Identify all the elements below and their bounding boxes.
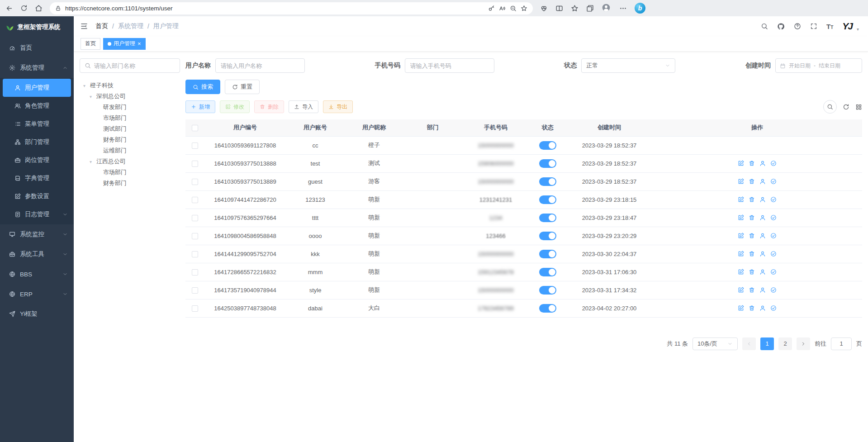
assign-role-icon[interactable] <box>770 251 777 257</box>
browser-more-icon[interactable] <box>619 5 627 12</box>
prev-page-button[interactable] <box>742 337 756 350</box>
status-toggle[interactable] <box>539 250 556 258</box>
delete-icon[interactable] <box>749 214 755 221</box>
split-screen-icon[interactable] <box>555 5 563 12</box>
edit-icon[interactable] <box>738 214 744 221</box>
assign-role-icon[interactable] <box>770 214 777 221</box>
delete-button[interactable]: 删除 <box>254 100 284 113</box>
edit-icon[interactable] <box>738 196 744 203</box>
help-icon[interactable] <box>794 23 801 30</box>
assign-role-icon[interactable] <box>770 196 777 203</box>
status-toggle[interactable] <box>539 214 556 222</box>
sidebar-item-yi-framework[interactable]: Yi框架 <box>0 304 74 324</box>
tree-expand-icon[interactable]: ▾ <box>90 94 94 99</box>
browser-home-icon[interactable] <box>35 5 43 12</box>
page-button-1[interactable]: 1 <box>760 337 774 350</box>
browser-essentials-icon[interactable] <box>540 5 548 12</box>
delete-icon[interactable] <box>749 196 755 203</box>
tree-node[interactable]: 研发部门 <box>80 102 180 113</box>
table-row[interactable]: 1641030593775013888 test 测试 15906000000 … <box>185 154 862 172</box>
sidebar-item-menu-management[interactable]: 菜单管理 <box>0 115 74 133</box>
sidebar-item-erp[interactable]: ERP <box>0 284 74 304</box>
tab-home[interactable]: 首页 <box>81 38 100 50</box>
sidebar-item-bbs[interactable]: BBS <box>0 264 74 284</box>
sidebar-item-parameter-settings[interactable]: 参数设置 <box>0 187 74 205</box>
table-row[interactable]: 1641097441472286720 123123 萌新 1231241231… <box>185 190 862 209</box>
search-button[interactable]: 搜索 <box>185 80 220 94</box>
modify-button[interactable]: 修改 <box>220 100 250 113</box>
tree-node[interactable]: ▾江西总公司 <box>80 156 180 167</box>
favorites-icon[interactable] <box>571 5 579 12</box>
delete-icon[interactable] <box>749 251 755 257</box>
assign-role-icon[interactable] <box>770 178 777 185</box>
date-start-placeholder[interactable]: 开始日期 <box>789 62 811 70</box>
reset-password-icon[interactable] <box>759 251 766 257</box>
table-row[interactable]: 1641030593691127808 cc 橙子 15000000000 20… <box>185 136 862 154</box>
delete-icon[interactable] <box>749 233 755 239</box>
tree-node[interactable]: ▾深圳总公司 <box>80 91 180 102</box>
row-checkbox[interactable] <box>192 143 198 149</box>
import-button[interactable]: 导入 <box>289 100 318 113</box>
add-favorite-icon[interactable] <box>521 5 527 12</box>
page-button-2[interactable]: 2 <box>778 337 792 350</box>
tree-node[interactable]: ▾橙子科技 <box>80 80 180 91</box>
delete-icon[interactable] <box>749 160 755 166</box>
row-checkbox[interactable] <box>192 287 198 294</box>
toggle-search-button[interactable] <box>823 100 837 114</box>
menu-fold-icon[interactable] <box>80 22 88 30</box>
font-size-icon[interactable]: TT <box>826 23 833 30</box>
reset-password-icon[interactable] <box>759 269 766 275</box>
browser-back-icon[interactable] <box>5 5 13 12</box>
row-checkbox[interactable] <box>192 233 198 239</box>
row-checkbox[interactable] <box>192 215 198 221</box>
delete-icon[interactable] <box>749 287 755 293</box>
reset-password-icon[interactable] <box>759 287 766 293</box>
avatar-caret-icon[interactable]: ▾ <box>857 27 859 32</box>
select-all-checkbox[interactable] <box>192 125 198 131</box>
column-settings-icon[interactable] <box>855 104 862 110</box>
copilot-icon[interactable]: b <box>635 3 645 14</box>
status-toggle[interactable] <box>539 195 556 204</box>
delete-icon[interactable] <box>749 269 755 275</box>
tree-node[interactable]: 测试部门 <box>80 124 180 134</box>
date-end-placeholder[interactable]: 结束日期 <box>819 62 840 70</box>
fullscreen-icon[interactable] <box>810 23 817 30</box>
url-text[interactable]: https://ccnetcore.com:1101/system/user <box>65 5 484 12</box>
sidebar-item-log-management[interactable]: 日志管理 <box>0 205 74 223</box>
breadcrumb-system[interactable]: 系统管理 <box>118 22 143 30</box>
table-row[interactable]: 1641728665572216832 mmm 萌新 15912345678 2… <box>185 263 862 281</box>
table-row[interactable]: 1641097576365297664 tttt 萌新 1234 2023-03… <box>185 209 862 227</box>
username-input[interactable] <box>215 58 305 73</box>
status-select[interactable]: 正常 <box>581 58 675 73</box>
tree-node[interactable]: 财务部门 <box>80 178 180 189</box>
table-row[interactable]: 1641098004586958848 oooo 萌新 123466 2023-… <box>185 227 862 245</box>
delete-icon[interactable] <box>749 305 755 311</box>
status-toggle[interactable] <box>539 304 556 313</box>
table-row[interactable]: 1641030593775013889 guest 游客 15000000000… <box>185 172 862 190</box>
status-toggle[interactable] <box>539 232 556 240</box>
browser-profile-avatar[interactable] <box>602 3 612 13</box>
sidebar-item-role-management[interactable]: 角色管理 <box>0 97 74 115</box>
page-size-select[interactable]: 10条/页 <box>693 337 738 350</box>
edit-icon[interactable] <box>738 178 744 185</box>
assign-role-icon[interactable] <box>770 269 777 275</box>
refresh-table-icon[interactable] <box>843 104 849 110</box>
assign-role-icon[interactable] <box>770 233 777 239</box>
table-row[interactable]: 1641735719040978944 style 萌新 15000000000… <box>185 281 862 299</box>
read-aloud-icon[interactable] <box>499 5 506 12</box>
row-checkbox[interactable] <box>192 305 198 312</box>
github-icon[interactable] <box>777 23 785 30</box>
breadcrumb-home[interactable]: 首页 <box>95 22 108 30</box>
sidebar-item-system-monitoring[interactable]: 系统监控 <box>0 224 74 244</box>
next-page-button[interactable] <box>797 337 810 350</box>
assign-role-icon[interactable] <box>770 287 777 293</box>
edit-icon[interactable] <box>738 160 744 166</box>
row-checkbox[interactable] <box>192 269 198 276</box>
close-tab-icon[interactable]: × <box>138 41 141 47</box>
reset-password-icon[interactable] <box>759 160 766 166</box>
created-time-range-picker[interactable]: 开始日期 - 结束日期 <box>775 58 862 73</box>
edit-icon[interactable] <box>738 305 744 311</box>
table-row[interactable]: 1641441299095752704 kkk 萌新 15000000000 2… <box>185 245 862 263</box>
header-search-icon[interactable] <box>761 23 768 30</box>
sidebar-item-home[interactable]: 首页 <box>0 38 74 58</box>
